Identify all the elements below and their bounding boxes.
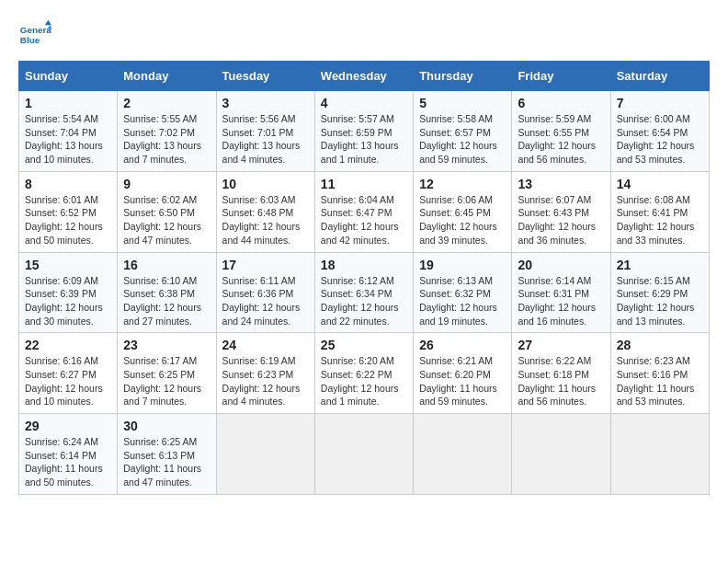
day-number: 6 xyxy=(518,96,604,110)
calendar-cell: 19Sunrise: 6:13 AM Sunset: 6:32 PM Dayli… xyxy=(414,252,512,333)
day-info: Sunrise: 6:23 AM Sunset: 6:16 PM Dayligh… xyxy=(617,354,703,408)
calendar-cell: 21Sunrise: 6:15 AM Sunset: 6:29 PM Dayli… xyxy=(610,252,709,333)
calendar-cell: 20Sunrise: 6:14 AM Sunset: 6:31 PM Dayli… xyxy=(512,252,610,333)
day-number: 21 xyxy=(617,258,703,272)
day-number: 9 xyxy=(123,177,210,191)
weekday-header-thursday: Thursday xyxy=(414,62,512,91)
day-number: 27 xyxy=(518,338,604,352)
calendar-cell xyxy=(512,414,610,495)
day-number: 13 xyxy=(518,177,604,191)
weekday-header-wednesday: Wednesday xyxy=(314,62,413,91)
day-number: 29 xyxy=(25,419,111,433)
day-number: 26 xyxy=(419,338,506,352)
day-number: 20 xyxy=(518,258,604,272)
day-info: Sunrise: 5:56 AM Sunset: 7:01 PM Dayligh… xyxy=(222,112,309,167)
weekday-header-saturday: Saturday xyxy=(610,62,709,91)
calendar-cell: 3Sunrise: 5:56 AM Sunset: 7:01 PM Daylig… xyxy=(216,91,314,172)
calendar-week-row: 1Sunrise: 5:54 AM Sunset: 7:04 PM Daylig… xyxy=(19,91,710,172)
calendar-cell xyxy=(314,414,413,495)
day-number: 10 xyxy=(222,177,309,191)
day-number: 1 xyxy=(25,96,111,110)
day-info: Sunrise: 6:06 AM Sunset: 6:45 PM Dayligh… xyxy=(419,193,506,247)
calendar-cell: 11Sunrise: 6:04 AM Sunset: 6:47 PM Dayli… xyxy=(314,171,413,252)
calendar-cell: 25Sunrise: 6:20 AM Sunset: 6:22 PM Dayli… xyxy=(314,333,413,414)
logo: General Blue xyxy=(18,18,57,52)
day-number: 16 xyxy=(123,258,210,272)
day-info: Sunrise: 5:59 AM Sunset: 6:55 PM Dayligh… xyxy=(518,112,604,167)
weekday-header-monday: Monday xyxy=(118,62,216,91)
calendar-cell: 4Sunrise: 5:57 AM Sunset: 6:59 PM Daylig… xyxy=(314,91,413,172)
calendar-cell: 1Sunrise: 5:54 AM Sunset: 7:04 PM Daylig… xyxy=(19,91,118,172)
weekday-header-friday: Friday xyxy=(512,62,610,91)
day-info: Sunrise: 6:20 AM Sunset: 6:22 PM Dayligh… xyxy=(321,354,407,408)
calendar-cell: 9Sunrise: 6:02 AM Sunset: 6:50 PM Daylig… xyxy=(118,171,216,252)
weekday-header-row: SundayMondayTuesdayWednesdayThursdayFrid… xyxy=(19,62,710,91)
day-info: Sunrise: 6:24 AM Sunset: 6:14 PM Dayligh… xyxy=(25,435,111,489)
calendar-table: SundayMondayTuesdayWednesdayThursdayFrid… xyxy=(18,61,710,495)
calendar-cell: 14Sunrise: 6:08 AM Sunset: 6:41 PM Dayli… xyxy=(610,171,709,252)
day-number: 5 xyxy=(419,96,506,110)
day-info: Sunrise: 6:22 AM Sunset: 6:18 PM Dayligh… xyxy=(518,354,604,408)
calendar-cell: 5Sunrise: 5:58 AM Sunset: 6:57 PM Daylig… xyxy=(414,91,512,172)
day-number: 19 xyxy=(419,258,506,272)
calendar-week-row: 15Sunrise: 6:09 AM Sunset: 6:39 PM Dayli… xyxy=(19,252,710,333)
day-info: Sunrise: 6:25 AM Sunset: 6:13 PM Dayligh… xyxy=(123,435,210,489)
day-info: Sunrise: 6:11 AM Sunset: 6:36 PM Dayligh… xyxy=(222,274,309,328)
day-info: Sunrise: 6:19 AM Sunset: 6:23 PM Dayligh… xyxy=(222,354,309,408)
calendar-cell: 26Sunrise: 6:21 AM Sunset: 6:20 PM Dayli… xyxy=(414,333,512,414)
calendar-cell: 28Sunrise: 6:23 AM Sunset: 6:16 PM Dayli… xyxy=(610,333,709,414)
calendar-cell: 24Sunrise: 6:19 AM Sunset: 6:23 PM Dayli… xyxy=(216,333,314,414)
day-number: 8 xyxy=(25,177,111,191)
calendar-week-row: 8Sunrise: 6:01 AM Sunset: 6:52 PM Daylig… xyxy=(19,171,710,252)
day-info: Sunrise: 6:15 AM Sunset: 6:29 PM Dayligh… xyxy=(617,274,703,328)
calendar-cell: 29Sunrise: 6:24 AM Sunset: 6:14 PM Dayli… xyxy=(19,414,118,495)
calendar-cell: 18Sunrise: 6:12 AM Sunset: 6:34 PM Dayli… xyxy=(314,252,413,333)
calendar-cell: 6Sunrise: 5:59 AM Sunset: 6:55 PM Daylig… xyxy=(512,91,610,172)
day-number: 28 xyxy=(617,338,703,352)
day-info: Sunrise: 6:10 AM Sunset: 6:38 PM Dayligh… xyxy=(123,274,210,328)
day-info: Sunrise: 5:57 AM Sunset: 6:59 PM Dayligh… xyxy=(321,112,407,167)
calendar-cell: 13Sunrise: 6:07 AM Sunset: 6:43 PM Dayli… xyxy=(512,171,610,252)
day-number: 22 xyxy=(25,338,111,352)
calendar-cell: 22Sunrise: 6:16 AM Sunset: 6:27 PM Dayli… xyxy=(19,333,118,414)
day-info: Sunrise: 6:17 AM Sunset: 6:25 PM Dayligh… xyxy=(123,354,210,408)
svg-text:Blue: Blue xyxy=(20,35,40,45)
day-number: 17 xyxy=(222,258,309,272)
calendar-cell: 17Sunrise: 6:11 AM Sunset: 6:36 PM Dayli… xyxy=(216,252,314,333)
day-info: Sunrise: 6:13 AM Sunset: 6:32 PM Dayligh… xyxy=(419,274,506,328)
calendar-cell: 30Sunrise: 6:25 AM Sunset: 6:13 PM Dayli… xyxy=(118,414,216,495)
calendar-cell: 27Sunrise: 6:22 AM Sunset: 6:18 PM Dayli… xyxy=(512,333,610,414)
day-info: Sunrise: 6:02 AM Sunset: 6:50 PM Dayligh… xyxy=(123,193,210,247)
day-number: 4 xyxy=(321,96,407,110)
page-header: General Blue xyxy=(18,18,710,52)
day-info: Sunrise: 6:14 AM Sunset: 6:31 PM Dayligh… xyxy=(518,274,604,328)
calendar-cell xyxy=(414,414,512,495)
day-number: 7 xyxy=(617,96,703,110)
day-info: Sunrise: 6:08 AM Sunset: 6:41 PM Dayligh… xyxy=(617,193,703,247)
day-info: Sunrise: 6:01 AM Sunset: 6:52 PM Dayligh… xyxy=(25,193,111,247)
calendar-cell: 16Sunrise: 6:10 AM Sunset: 6:38 PM Dayli… xyxy=(118,252,216,333)
day-info: Sunrise: 5:54 AM Sunset: 7:04 PM Dayligh… xyxy=(25,112,111,167)
day-info: Sunrise: 6:12 AM Sunset: 6:34 PM Dayligh… xyxy=(321,274,407,328)
day-info: Sunrise: 6:00 AM Sunset: 6:54 PM Dayligh… xyxy=(617,112,703,167)
day-number: 2 xyxy=(123,96,210,110)
weekday-header-sunday: Sunday xyxy=(19,62,118,91)
day-number: 18 xyxy=(321,258,407,272)
calendar-cell: 23Sunrise: 6:17 AM Sunset: 6:25 PM Dayli… xyxy=(118,333,216,414)
svg-text:General: General xyxy=(20,25,51,35)
calendar-cell: 2Sunrise: 5:55 AM Sunset: 7:02 PM Daylig… xyxy=(118,91,216,172)
calendar-cell: 10Sunrise: 6:03 AM Sunset: 6:48 PM Dayli… xyxy=(216,171,314,252)
day-info: Sunrise: 6:04 AM Sunset: 6:47 PM Dayligh… xyxy=(321,193,407,247)
day-number: 30 xyxy=(123,419,210,433)
day-number: 24 xyxy=(222,338,309,352)
day-info: Sunrise: 5:58 AM Sunset: 6:57 PM Dayligh… xyxy=(419,112,506,167)
day-info: Sunrise: 6:09 AM Sunset: 6:39 PM Dayligh… xyxy=(25,274,111,328)
day-number: 3 xyxy=(222,96,309,110)
day-info: Sunrise: 6:07 AM Sunset: 6:43 PM Dayligh… xyxy=(518,193,604,247)
day-number: 25 xyxy=(321,338,407,352)
day-info: Sunrise: 6:21 AM Sunset: 6:20 PM Dayligh… xyxy=(419,354,506,408)
calendar-cell xyxy=(610,414,709,495)
calendar-week-row: 22Sunrise: 6:16 AM Sunset: 6:27 PM Dayli… xyxy=(19,333,710,414)
day-info: Sunrise: 6:16 AM Sunset: 6:27 PM Dayligh… xyxy=(25,354,111,408)
calendar-cell: 8Sunrise: 6:01 AM Sunset: 6:52 PM Daylig… xyxy=(19,171,118,252)
